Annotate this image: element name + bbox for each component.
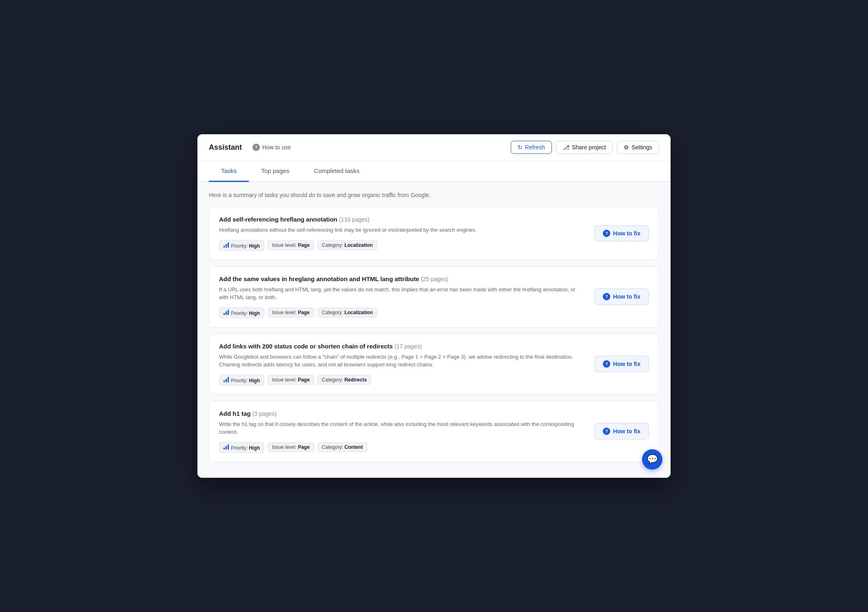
category-badge-2: Category: Localization [317,308,377,317]
page-count-1: (110 pages) [339,216,370,223]
fix-help-icon-1: ? [603,230,610,237]
refresh-icon: ↻ [518,144,523,151]
how-to-fix-button-2[interactable]: ? How to fix [594,288,649,305]
task-body-3: Add links with 200 status code or shorte… [219,343,586,386]
how-to-fix-label-1: How to fix [613,230,640,237]
refresh-button[interactable]: ↻ Refresh [511,141,552,154]
category-badge-3: Category: Redirects [317,375,371,385]
share-label: Share project [572,144,606,151]
task-meta-1: Priority: High Issue level: Page Categor… [219,240,586,251]
chat-icon: 💬 [647,454,658,465]
task-meta-4: Priority: High Issue level: Page Categor… [219,442,586,453]
share-button[interactable]: ⎇ Share project [556,141,613,154]
tab-top-pages[interactable]: Top pages [249,161,301,182]
settings-button[interactable]: ⚙ Settings [617,141,659,154]
category-badge-1: Category: Localization [317,240,377,250]
gear-icon: ⚙ [624,144,629,151]
how-to-fix-button-1[interactable]: ? How to fix [594,225,649,242]
content-area: Here is a summary of tasks you should do… [197,182,671,478]
summary-text: Here is a summary of tasks you should do… [209,192,659,198]
task-desc-4: Write the h1 tag so that it closely desc… [219,420,586,436]
issue-level-badge-2: Issue level: Page [268,308,314,317]
task-meta-3: Priority: High Issue level: Page Categor… [219,375,586,386]
main-window: Assistant ? How to use ↻ Refresh ⎇ Share… [197,134,671,478]
priority-badge-3: Priority: High [219,375,264,386]
header-left: Assistant ? How to use [209,142,294,153]
header: Assistant ? How to use ↻ Refresh ⎇ Share… [197,134,671,161]
page-count-3: (17 pages) [394,343,422,350]
how-to-fix-label-2: How to fix [613,293,640,300]
issue-level-badge-1: Issue level: Page [268,240,314,250]
task-list: Add self-referencing hreflang annotation… [209,206,659,462]
issue-level-badge-3: Issue level: Page [268,375,314,385]
task-title-1: Add self-referencing hreflang annotation… [219,216,586,223]
fix-help-icon-2: ? [603,293,610,300]
header-right: ↻ Refresh ⎇ Share project ⚙ Settings [511,141,659,154]
priority-badge-4: Priority: High [219,442,264,453]
task-body-1: Add self-referencing hreflang annotation… [219,216,586,251]
how-to-use-button[interactable]: ? How to use [249,142,294,153]
fix-help-icon-4: ? [603,428,610,435]
task-body-2: Add the same values in hreglang annotati… [219,275,586,318]
task-title-3: Add links with 200 status code or shorte… [219,343,586,350]
task-card-4: Add h1 tag (3 pages) Write the h1 tag so… [209,401,659,462]
how-to-fix-button-4[interactable]: ? How to fix [594,423,649,439]
priority-icon-2 [224,309,229,315]
task-desc-2: If a URL uses both hreflang and HTML lan… [219,286,586,302]
share-icon: ⎇ [563,144,569,151]
how-to-use-label: How to use [262,144,291,151]
how-to-fix-button-3[interactable]: ? How to fix [594,356,649,372]
task-title-2: Add the same values in hreglang annotati… [219,275,586,282]
task-title-4: Add h1 tag (3 pages) [219,410,586,417]
priority-badge-2: Priority: High [219,307,264,318]
fix-help-icon-3: ? [603,360,610,368]
app-title: Assistant [209,143,242,152]
help-icon: ? [252,144,260,151]
task-body-4: Add h1 tag (3 pages) Write the h1 tag so… [219,410,586,453]
task-card-1: Add self-referencing hreflang annotation… [209,206,659,260]
refresh-label: Refresh [525,144,545,151]
task-desc-3: While Googlebot and browsers can follow … [219,353,586,369]
how-to-fix-label-4: How to fix [613,428,640,435]
chat-float-button[interactable]: 💬 [642,449,662,470]
category-badge-4: Category: Content [317,442,368,452]
page-count-4: (3 pages) [252,410,277,417]
tab-completed[interactable]: Completed tasks [302,161,372,182]
task-desc-1: Hreflang annotations without the self-re… [219,226,586,234]
priority-icon-4 [224,444,229,450]
tabs-bar: Tasks Top pages Completed tasks [197,161,671,182]
task-meta-2: Priority: High Issue level: Page Categor… [219,307,586,318]
priority-icon-1 [224,242,229,248]
task-card-2: Add the same values in hreglang annotati… [209,266,659,328]
issue-level-badge-4: Issue level: Page [268,442,314,452]
settings-label: Settings [631,144,652,151]
tab-tasks[interactable]: Tasks [209,161,249,182]
priority-badge-1: Priority: High [219,240,264,251]
how-to-fix-label-3: How to fix [613,361,640,367]
page-count-2: (25 pages) [421,276,448,282]
task-card-3: Add links with 200 status code or shorte… [209,333,659,395]
priority-icon-3 [224,377,229,382]
